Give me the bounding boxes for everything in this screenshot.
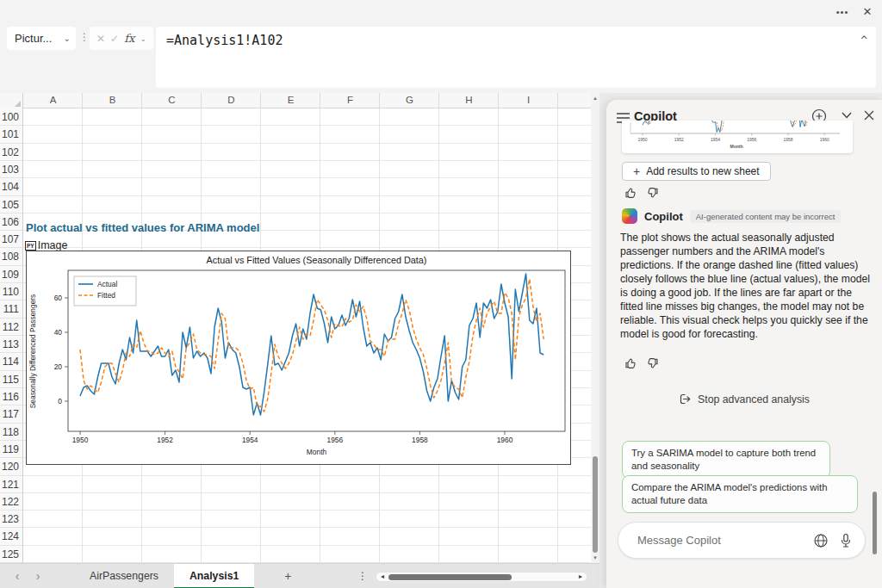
svg-text:1950: 1950 xyxy=(72,436,89,444)
row-header[interactable]: 101 xyxy=(0,126,22,143)
row-header[interactable]: 117 xyxy=(0,405,22,423)
row-header[interactable]: 119 xyxy=(0,441,22,458)
name-box[interactable]: Pictur... ⌄ xyxy=(7,27,76,50)
row-header[interactable]: 107 xyxy=(0,231,22,248)
column-header[interactable]: A xyxy=(23,93,83,108)
formula-bar-options-icon[interactable]: ⋮ xyxy=(79,31,90,43)
cell-a102-label: Image xyxy=(38,239,68,251)
more-window-options-icon[interactable]: ••• xyxy=(832,4,853,20)
suggestion-chip[interactable]: Compare the ARIMA model's predictions wi… xyxy=(622,475,858,513)
thumbs-up-icon[interactable] xyxy=(624,186,637,200)
add-results-button[interactable]: + Add results to new sheet xyxy=(622,162,771,181)
suggestion-chip[interactable]: Try a SARIMA model to capture both trend… xyxy=(622,441,830,479)
copilot-message: The plot shows the actual seasonally adj… xyxy=(620,231,872,341)
row-header[interactable]: 111 xyxy=(0,300,22,318)
copilot-apps-globe-icon[interactable] xyxy=(813,533,829,548)
collapse-formula-bar-icon[interactable]: ^ xyxy=(860,34,867,46)
vertical-scrollbar[interactable]: ▲ ▼ xyxy=(591,93,599,563)
sheet-options-icon[interactable]: ⋮ xyxy=(357,570,368,582)
panel-scrollbar-thumb[interactable] xyxy=(873,492,877,554)
python-cell-icon: PY xyxy=(25,241,36,251)
row-header[interactable]: 112 xyxy=(0,319,22,336)
thumbs-down-icon[interactable] xyxy=(646,356,660,370)
name-box-value: Pictur... xyxy=(15,32,52,45)
sheet-tabs: AirPassengersAnalysis1 xyxy=(74,564,254,588)
row-headers: 1001011021031041051061071081091101111121… xyxy=(0,108,23,563)
input-placeholder: Message Copilot xyxy=(637,534,721,547)
column-header[interactable]: H xyxy=(439,93,499,108)
row-header[interactable]: 120 xyxy=(0,458,22,475)
select-all-corner[interactable] xyxy=(0,93,23,108)
scroll-left-icon[interactable]: ◂ xyxy=(381,573,384,581)
commit-entry-icon[interactable]: ✓ xyxy=(110,33,119,45)
column-header[interactable]: C xyxy=(142,93,202,108)
next-sheet-icon[interactable]: › xyxy=(28,569,48,583)
column-header[interactable]: G xyxy=(380,93,439,108)
row-header[interactable]: 105 xyxy=(0,196,22,214)
excel-window: ••• ✕ Pictur... ⌄ ⋮ ✕ ✓ fx ⌄ =Analysis1!… xyxy=(0,0,882,588)
svg-text:1956: 1956 xyxy=(747,137,756,142)
insert-function-icon[interactable]: fx xyxy=(124,32,134,45)
row-header[interactable]: 110 xyxy=(0,283,22,300)
result-chart-thumbnail[interactable]: 195019521954195619581960Month xyxy=(622,121,853,153)
cell-a101-text[interactable]: Plot actual vs fitted values for ARIMA m… xyxy=(26,220,259,237)
sheet-tab-analysis1[interactable]: Analysis1 xyxy=(174,564,254,588)
row-header[interactable]: 109 xyxy=(0,266,22,283)
vertical-scrollbar-thumb[interactable] xyxy=(593,456,598,553)
svg-text:1960: 1960 xyxy=(820,137,829,142)
svg-text:1954: 1954 xyxy=(242,436,258,444)
add-sheet-icon[interactable]: + xyxy=(278,569,297,583)
formula-text: =Analysis1!A102 xyxy=(166,33,283,48)
row-header[interactable]: 114 xyxy=(0,353,22,370)
row-header[interactable]: 106 xyxy=(0,214,22,231)
row-header[interactable]: 123 xyxy=(0,511,22,528)
row-header[interactable]: 113 xyxy=(0,336,22,353)
close-panel-icon[interactable] xyxy=(863,109,875,121)
thumbs-down-icon[interactable] xyxy=(646,186,660,200)
close-window-icon[interactable]: ✕ xyxy=(859,4,876,20)
thumbs-up-icon[interactable] xyxy=(624,356,637,370)
svg-text:Seasonally Differenced Passeng: Seasonally Differenced Passengers xyxy=(28,294,37,409)
prev-sheet-icon[interactable]: ‹ xyxy=(7,569,28,583)
row-header[interactable]: 104 xyxy=(0,178,22,195)
row-header[interactable]: 108 xyxy=(0,248,22,265)
chevron-down-icon[interactable]: ⌄ xyxy=(140,34,146,43)
row-header[interactable]: 116 xyxy=(0,388,22,405)
microphone-icon[interactable] xyxy=(839,533,853,548)
row-header[interactable]: 102 xyxy=(0,144,22,161)
column-header[interactable]: F xyxy=(320,93,380,108)
column-header[interactable]: B xyxy=(83,93,142,108)
copilot-name: Copilot xyxy=(644,210,683,223)
copilot-message-input[interactable]: Message Copilot xyxy=(618,522,866,559)
arima-chart-image[interactable]: Actual vs Fitted Values (Seasonally Diff… xyxy=(26,251,571,465)
stop-advanced-analysis-button[interactable]: Stop advanced analysis xyxy=(679,393,810,405)
svg-text:1950: 1950 xyxy=(637,137,647,142)
exit-arrow-icon xyxy=(679,393,692,405)
row-header[interactable]: 100 xyxy=(0,108,22,126)
column-header[interactable]: E xyxy=(261,93,320,108)
svg-text:1952: 1952 xyxy=(674,137,684,142)
collapse-panel-chevron-icon[interactable] xyxy=(841,111,853,120)
column-header[interactable]: I xyxy=(499,93,558,108)
scroll-up-icon[interactable]: ▲ xyxy=(591,96,599,101)
sheet-tab-airpassengers[interactable]: AirPassengers xyxy=(74,564,174,588)
row-header[interactable]: 115 xyxy=(0,371,22,388)
feedback-row xyxy=(624,186,660,200)
row-header[interactable]: 121 xyxy=(0,476,22,493)
svg-text:1956: 1956 xyxy=(326,436,343,444)
scroll-down-icon[interactable]: ▼ xyxy=(591,555,599,560)
scroll-right-icon[interactable]: ▸ xyxy=(579,573,582,581)
column-header[interactable]: D xyxy=(202,93,261,108)
row-header[interactable]: 122 xyxy=(0,493,22,511)
row-header[interactable]: 124 xyxy=(0,528,22,545)
formula-input[interactable]: =Analysis1!A102 ^ xyxy=(156,27,876,88)
svg-text:1958: 1958 xyxy=(783,137,792,142)
row-header[interactable]: 103 xyxy=(0,161,22,178)
chevron-down-icon[interactable]: ⌄ xyxy=(64,34,71,43)
row-header[interactable]: 125 xyxy=(0,546,22,563)
horizontal-scrollbar[interactable]: ◂ ▸ xyxy=(376,572,587,582)
horizontal-scrollbar-thumb[interactable] xyxy=(388,574,512,580)
row-header[interactable]: 118 xyxy=(0,424,22,441)
add-results-label: Add results to new sheet xyxy=(646,165,759,177)
cancel-entry-icon[interactable]: ✕ xyxy=(96,33,105,45)
